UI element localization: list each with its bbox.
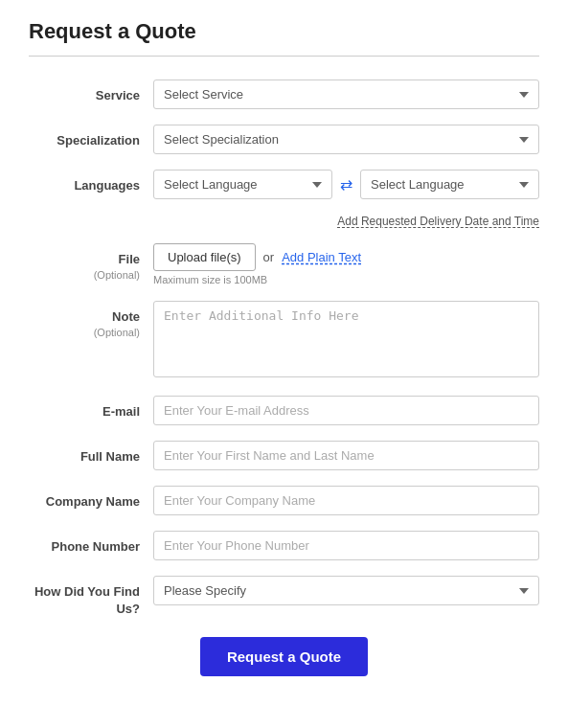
how-row: How Did You Find Us? Please Specify: [29, 576, 539, 618]
file-row: File (Optional) Upload file(s) or Add Pl…: [29, 243, 539, 285]
how-select[interactable]: Please Specify: [153, 576, 539, 605]
upload-files-button[interactable]: Upload file(s): [153, 243, 256, 271]
note-textarea[interactable]: [153, 301, 539, 377]
how-control: Please Specify: [153, 576, 539, 605]
specialization-select[interactable]: Select Specialization: [153, 125, 539, 154]
phone-label: Phone Number: [29, 531, 153, 556]
file-control: Upload file(s) or Add Plain Text Maximum…: [153, 243, 539, 285]
specialization-control: Select Specialization: [153, 125, 539, 154]
company-control: [153, 486, 539, 515]
phone-input[interactable]: [153, 531, 539, 560]
fullname-control: [153, 441, 539, 470]
phone-control: [153, 531, 539, 560]
service-control: Select Service: [153, 80, 539, 109]
email-label: E-mail: [29, 396, 153, 421]
company-row: Company Name: [29, 486, 539, 515]
email-input[interactable]: [153, 396, 539, 425]
file-upload-row: Upload file(s) or Add Plain Text: [153, 243, 539, 271]
specialization-row: Specialization Select Specialization: [29, 125, 539, 154]
service-select[interactable]: Select Service: [153, 80, 539, 109]
language-from-select[interactable]: Select Language: [153, 170, 332, 199]
company-label: Company Name: [29, 486, 153, 511]
note-control: [153, 301, 539, 380]
note-row: Note (Optional): [29, 301, 539, 380]
submit-row: Request a Quote: [29, 637, 539, 695]
swap-icon[interactable]: ⇄: [340, 175, 352, 193]
service-row: Service Select Service: [29, 80, 539, 109]
page-title: Request a Quote: [29, 19, 539, 44]
company-input[interactable]: [153, 486, 539, 515]
how-label: How Did You Find Us?: [29, 576, 153, 618]
divider: [29, 56, 539, 57]
delivery-date-row: Add Requested Delivery Date and Time: [29, 215, 539, 228]
delivery-date-link[interactable]: Add Requested Delivery Date and Time: [337, 215, 539, 228]
fullname-row: Full Name: [29, 441, 539, 470]
email-row: E-mail: [29, 396, 539, 425]
specialization-label: Specialization: [29, 125, 153, 149]
or-text: or: [263, 250, 275, 264]
languages-row: Languages Select Language ⇄ Select Langu…: [29, 170, 539, 199]
languages-control: Select Language ⇄ Select Language: [153, 170, 539, 199]
languages-label: Languages: [29, 170, 153, 194]
file-label: File (Optional): [29, 243, 153, 284]
add-plain-text-link[interactable]: Add Plain Text: [282, 250, 361, 264]
email-control: [153, 396, 539, 425]
service-label: Service: [29, 80, 153, 104]
fullname-label: Full Name: [29, 441, 153, 466]
phone-row: Phone Number: [29, 531, 539, 560]
language-to-select[interactable]: Select Language: [360, 170, 539, 199]
submit-button[interactable]: Request a Quote: [200, 637, 368, 676]
file-size-hint: Maximum size is 100MB: [153, 274, 539, 285]
note-label: Note (Optional): [29, 301, 153, 341]
fullname-input[interactable]: [153, 441, 539, 470]
